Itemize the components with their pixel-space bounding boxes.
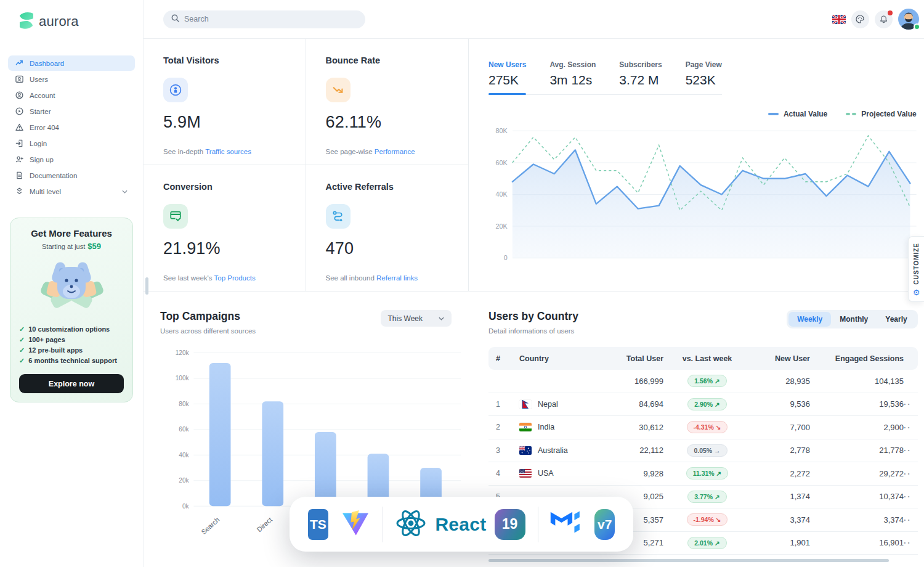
- table-title: Users by Country: [488, 310, 578, 323]
- overview-stat-avg-session[interactable]: Avg. Session3m 12s: [549, 60, 596, 94]
- row-actions-button[interactable]: ··: [904, 446, 914, 455]
- promo-feature-list: ✓10 customization options✓100+ pages✓12 …: [19, 325, 124, 365]
- customize-button[interactable]: CUSTOMIZE ⚙: [908, 236, 924, 302]
- sidebar-item-label: Login: [30, 140, 128, 147]
- sidebar-item-users[interactable]: Users: [8, 71, 135, 87]
- flag-nepal-icon: [519, 400, 532, 409]
- svg-text:0k: 0k: [182, 503, 190, 510]
- sidebar-item-login[interactable]: Login: [8, 136, 135, 151]
- stat-card-value: 21.91%: [163, 239, 306, 258]
- tech-stack-badge: TS: [290, 497, 633, 552]
- gear-icon: ⚙: [913, 288, 920, 296]
- search-bar[interactable]: [163, 10, 365, 28]
- sidebar-item-error404[interactable]: Error 404: [8, 120, 135, 135]
- flag-india-icon: [519, 423, 532, 431]
- row-actions-button[interactable]: ··: [904, 538, 914, 547]
- row-actions-button[interactable]: ··: [904, 399, 914, 409]
- chevron-down-icon: [122, 190, 128, 194]
- sidebar: aurora Dashboard Users Account Starter E…: [0, 0, 144, 567]
- engaged-sessions-cell: 29,272: [810, 469, 904, 478]
- notifications-bell-icon[interactable]: [875, 10, 893, 28]
- explore-now-button[interactable]: Explore now: [19, 374, 124, 393]
- country-cell: USA: [512, 469, 604, 478]
- overview-panel: New Users275K Avg. Session3m 12s Subscri…: [469, 39, 924, 291]
- svg-text:100k: 100k: [176, 375, 190, 381]
- legend-dash-swatch: [846, 113, 856, 115]
- total-user-cell: 84,694: [604, 399, 663, 409]
- login-icon: [15, 139, 24, 147]
- svg-text:20K: 20K: [496, 222, 508, 230]
- country-cell: Australia: [512, 446, 604, 455]
- mui-version-badge: v7: [594, 509, 615, 540]
- sidebar-item-dashboard[interactable]: Dashboard: [8, 55, 135, 71]
- svg-text:Direct: Direct: [256, 516, 274, 533]
- theme-palette-icon[interactable]: [851, 10, 869, 28]
- sidebar-item-label: Sign up: [30, 156, 128, 163]
- promo-subtitle: Starting at just$59: [19, 242, 124, 251]
- brand-logo[interactable]: aurora: [8, 11, 135, 32]
- campaigns-title: Top Campaigns: [160, 310, 256, 323]
- svg-text:60k: 60k: [179, 426, 189, 433]
- sidebar-item-multilevel[interactable]: Multi level: [8, 184, 135, 199]
- table-row[interactable]: 1 Nepal 84,694 2.90% ↗ 9,536 19,536 ··: [488, 393, 918, 417]
- range-selector[interactable]: This Week: [381, 310, 452, 327]
- stat-card-link[interactable]: Top Products: [214, 274, 256, 282]
- language-uk-flag-icon[interactable]: [832, 15, 846, 24]
- table-row[interactable]: 4 USA 9,928 11.31% ↗ 2,272 29,272 ··: [488, 462, 918, 486]
- chevron-down-icon: [439, 317, 444, 320]
- stat-card: Active Referrals 470 See all inbound Ref…: [306, 165, 469, 292]
- table-header: # Country Total User vs. Last week New U…: [488, 347, 918, 370]
- user-avatar[interactable]: [898, 9, 919, 30]
- users-icon: [15, 75, 24, 83]
- sidebar-item-signup[interactable]: Sign up: [8, 152, 135, 167]
- stat-card-value: 62.11%: [326, 113, 469, 132]
- stat-card-link[interactable]: Performance: [375, 148, 415, 155]
- legend-item: Actual Value: [768, 110, 827, 118]
- svg-text:80K: 80K: [496, 127, 508, 134]
- stat-card-link[interactable]: Referral links: [376, 274, 418, 282]
- sidebar-item-label: Starter: [30, 108, 128, 115]
- account-icon: [15, 91, 24, 99]
- period-tabs: WeeklyMonthlyYearly: [787, 310, 918, 328]
- new-user-cell: 9,536: [751, 399, 810, 409]
- referral-route-icon: [326, 204, 351, 229]
- bear-illustration: [19, 257, 124, 316]
- table-row[interactable]: 3 Australia 22,112 0.05% → 2,778 21,778 …: [488, 439, 918, 463]
- promo-feature-item: ✓100+ pages: [19, 335, 124, 344]
- topbar: [144, 0, 924, 39]
- total-user-cell: 22,112: [604, 446, 663, 455]
- bounce-arrow-icon: [326, 78, 351, 102]
- horizontal-scrollbar[interactable]: [488, 559, 889, 562]
- row-actions-button[interactable]: ··: [904, 492, 914, 501]
- overview-stat-new-users[interactable]: New Users275K: [488, 60, 526, 94]
- visitors-person-icon: [163, 78, 188, 102]
- row-actions-button[interactable]: ··: [904, 469, 914, 478]
- sidebar-item-label: Multi level: [30, 188, 116, 195]
- search-input[interactable]: [184, 15, 357, 23]
- stat-card-note: See in-depth Traffic sources: [163, 148, 306, 155]
- tab-monthly[interactable]: Monthly: [831, 312, 877, 327]
- overview-stat-page-view[interactable]: Page View523K: [686, 60, 722, 94]
- sidebar-item-account[interactable]: Account: [8, 88, 135, 103]
- new-user-cell: 2,778: [751, 446, 810, 455]
- overview-stat-subscribers[interactable]: Subscribers3.72 M: [619, 60, 662, 94]
- sidebar-item-starter[interactable]: Starter: [8, 104, 135, 119]
- svg-text:120k: 120k: [176, 349, 190, 356]
- row-actions-button[interactable]: ··: [904, 515, 914, 524]
- tab-weekly[interactable]: Weekly: [788, 312, 831, 327]
- trend-badge: 2.01% ↗: [687, 537, 727, 549]
- sidebar-item-label: Dashboard: [30, 60, 128, 67]
- promo-title: Get More Features: [19, 228, 124, 239]
- stat-card-link[interactable]: Traffic sources: [205, 148, 251, 155]
- starter-icon: [15, 107, 24, 115]
- react-version-badge: 19: [495, 509, 525, 540]
- sidebar-item-label: Account: [30, 92, 128, 99]
- promo-price: $59: [87, 242, 101, 251]
- trend-badge: 0.05% →: [687, 444, 727, 457]
- table-row[interactable]: 2 India 30,612 -4.31% ↘ 7,700 2,900 ··: [488, 416, 918, 439]
- tab-yearly[interactable]: Yearly: [877, 312, 915, 327]
- row-actions-button[interactable]: ··: [904, 423, 914, 432]
- vertical-scrollbar-thumb[interactable]: [145, 277, 148, 295]
- sidebar-item-documentation[interactable]: Documentation: [8, 168, 135, 183]
- conversion-card-icon: [163, 204, 188, 229]
